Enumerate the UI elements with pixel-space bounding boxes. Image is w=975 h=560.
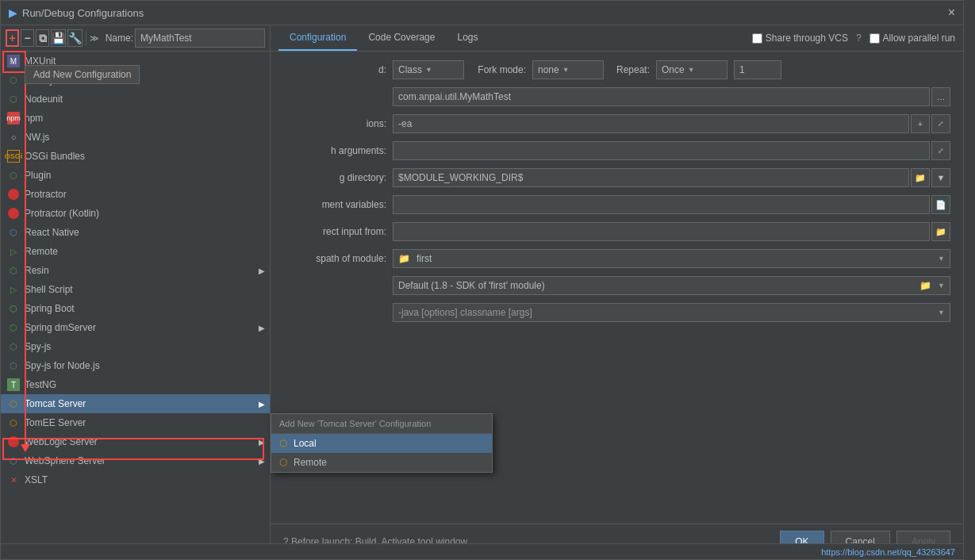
list-item-spring-dmserver[interactable]: ⬡ Spring dmServer ▶ [1, 318, 270, 337]
list-item-tomee-server[interactable]: ⬡ TomEE Server [1, 413, 270, 432]
form-row-program-args: h arguments: ⤢ [283, 140, 950, 161]
vm-options-add-button[interactable]: + [911, 114, 930, 133]
list-item-spring-boot[interactable]: ⬡ Spring Boot [1, 299, 270, 318]
program-args-input[interactable] [393, 141, 930, 160]
fork-mode-select[interactable]: none ▼ [532, 60, 604, 79]
tomcat-server-icon: ⬡ [7, 397, 20, 410]
toolbar-separator [86, 31, 86, 45]
run-debug-dialog: ▶ Run/Debug Configurations × + − ⧉ 💾 🔧 ≫… [0, 0, 964, 560]
env-vars-browse-button[interactable]: 📄 [931, 195, 950, 214]
list-item-react-native[interactable]: ⬡ React Native [1, 223, 270, 242]
share-vcs-checkbox-label[interactable]: Share through VCS [752, 33, 848, 44]
allow-parallel-checkbox[interactable] [869, 33, 880, 44]
config-type-list: M MXUnit ⬡ Node.js ⬡ Nodeunit npm npm ○ [1, 52, 270, 559]
spring-boot-icon: ⬡ [7, 302, 20, 315]
class-input-container: … [393, 87, 950, 106]
weblogic-icon [7, 435, 20, 448]
plugin-icon: ⬡ [7, 169, 20, 182]
tomcat-server-arrow: ▶ [259, 400, 265, 408]
websphere-icon: ⬡ [7, 455, 20, 467]
list-item-nwjs[interactable]: ○ NW.js [1, 128, 270, 147]
class-input[interactable] [393, 87, 930, 106]
tomcat-server-label: Tomcat Server [25, 398, 86, 409]
list-item-tomcat-server[interactable]: ⬡ Tomcat Server ▶ [1, 394, 270, 413]
tab-configuration[interactable]: Configuration [278, 25, 357, 51]
remove-configuration-button[interactable]: − [21, 29, 34, 47]
jre-browse-icon: 📁 [919, 280, 931, 291]
dialog-title-text: Run/Debug Configurations [22, 7, 144, 19]
test-kind-select[interactable]: Class ▼ [393, 60, 464, 79]
plugin-label: Plugin [25, 170, 51, 181]
protractor-kotlin-icon [7, 207, 20, 220]
classpath-select[interactable]: 📁 first ▼ [393, 249, 950, 268]
program-args-label: h arguments: [283, 145, 386, 156]
xslt-icon: ✕ [7, 474, 20, 486]
list-item-xslt[interactable]: ✕ XSLT [1, 470, 270, 489]
add-configuration-button[interactable]: + [6, 29, 19, 47]
list-item-npm[interactable]: npm npm [1, 109, 270, 128]
dialog-close-button[interactable]: × [948, 6, 955, 20]
list-item-testng[interactable]: T TestNG [1, 375, 270, 394]
protractor-icon [7, 188, 20, 201]
tab-logs[interactable]: Logs [446, 25, 489, 51]
repeat-count-input[interactable] [734, 60, 781, 79]
allow-parallel-checkbox-label[interactable]: Allow parallel run [869, 33, 955, 44]
list-item-websphere[interactable]: ⬡ WebSphere Server ▶ [1, 451, 270, 470]
remote-icon: ▷ [7, 245, 20, 258]
settings-button[interactable]: 🔧 [67, 29, 83, 47]
left-panel: + − ⧉ 💾 🔧 ≫ Name: Add New Configuration [1, 25, 271, 559]
env-vars-label: ment variables: [283, 199, 386, 210]
tomcat-submenu: Add New 'Tomcat Server' Configuration ⬡ … [271, 413, 493, 473]
vm-options-input[interactable] [393, 114, 909, 133]
list-item-spy-js-nodejs[interactable]: ⬡ Spy-js for Node.js [1, 356, 270, 375]
list-item-weblogic[interactable]: WebLogic Server ▶ [1, 432, 270, 451]
jre-chevron: ▼ [938, 282, 945, 290]
list-item-nodeunit[interactable]: ⬡ Nodeunit [1, 90, 270, 109]
jre-select[interactable]: Default (1.8 - SDK of 'first' module) 📁 … [393, 276, 950, 295]
local-label: Local [294, 438, 317, 449]
list-item-plugin[interactable]: ⬡ Plugin [1, 166, 270, 185]
resin-icon: ⬡ [7, 264, 20, 277]
share-vcs-checkbox[interactable] [752, 33, 762, 44]
working-dir-input[interactable] [393, 168, 909, 187]
list-item-remote[interactable]: ▷ Remote [1, 242, 270, 261]
list-item-resin[interactable]: ⬡ Resin ▶ [1, 261, 270, 280]
osgi-label: OSGi Bundles [25, 151, 85, 162]
form-row-jre: Default (1.8 - SDK of 'first' module) 📁 … [283, 275, 950, 296]
shortener-select[interactable]: -java [options] classname [args] ▼ [393, 303, 950, 322]
list-item-spy-js[interactable]: ⬡ Spy-js [1, 337, 270, 356]
osgi-icon: OSGi [7, 150, 20, 163]
redirect-input-input[interactable] [393, 222, 930, 241]
mxunit-icon: M [7, 55, 20, 67]
protractor-kotlin-label: Protractor (Kotlin) [25, 208, 99, 219]
list-item-osgi[interactable]: OSGi OSGi Bundles [1, 147, 270, 166]
list-item-shell-script[interactable]: ▷ Shell Script [1, 280, 270, 299]
tab-code-coverage[interactable]: Code Coverage [357, 25, 446, 51]
env-vars-input[interactable] [393, 195, 930, 214]
vm-options-expand-button[interactable]: ⤢ [931, 114, 950, 133]
submenu-item-local[interactable]: ⬡ Local [271, 434, 492, 453]
right-header: Configuration Code Coverage Logs Share t… [271, 25, 963, 52]
status-bar: https://blog.csdn.net/qq_43263647 [1, 543, 963, 559]
class-browse-button[interactable]: … [931, 87, 950, 106]
form-row-redirect-input: rect input from: 📁 [283, 221, 950, 242]
configuration-name-input[interactable] [135, 29, 265, 48]
tomee-server-label: TomEE Server [25, 417, 86, 428]
redirect-input-browse-button[interactable]: 📁 [931, 222, 950, 241]
local-icon: ⬡ [279, 438, 287, 449]
program-args-expand-button[interactable]: ⤢ [931, 141, 950, 160]
copy-configuration-button[interactable]: ⧉ [36, 29, 49, 47]
list-item-protractor-kotlin[interactable]: Protractor (Kotlin) [1, 204, 270, 223]
list-item-protractor[interactable]: Protractor [1, 185, 270, 204]
submenu-item-remote[interactable]: ⬡ Remote [271, 453, 492, 472]
working-dir-browse-button[interactable]: 📁 [911, 168, 930, 187]
spy-js-icon: ⬡ [7, 340, 20, 353]
repeat-select[interactable]: Once ▼ [656, 60, 727, 79]
expand-icon: ≫ [90, 33, 99, 44]
resin-arrow: ▶ [259, 267, 265, 275]
working-dir-chevron-button[interactable]: ▼ [931, 168, 950, 187]
dialog-titlebar: ▶ Run/Debug Configurations × [1, 1, 963, 25]
save-configuration-button[interactable]: 💾 [51, 29, 66, 47]
form-row-class: … [283, 86, 950, 107]
weblogic-label: WebLogic Server [25, 436, 98, 447]
